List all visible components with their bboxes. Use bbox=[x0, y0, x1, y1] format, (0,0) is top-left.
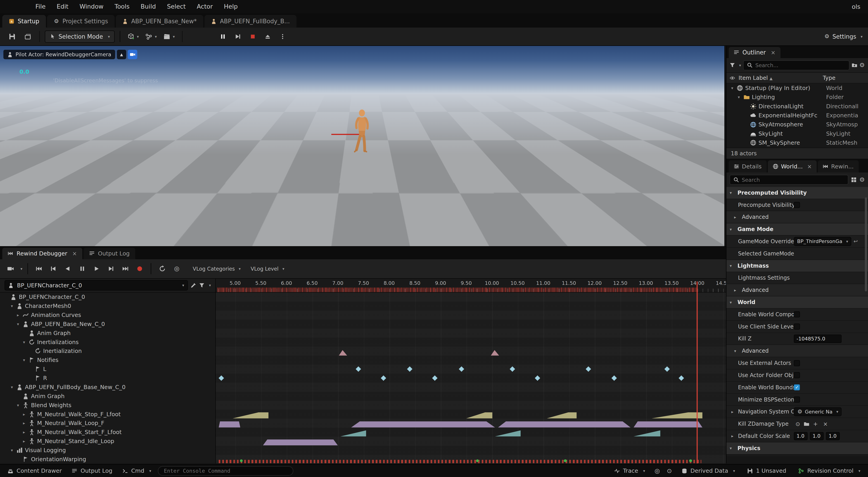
menu-tools[interactable]: Tools bbox=[109, 0, 135, 13]
inertialization-event[interactable] bbox=[339, 350, 347, 355]
console-command-input[interactable] bbox=[158, 466, 293, 476]
tab-rewind-debugger[interactable]: Rewind Debugger× bbox=[2, 248, 83, 259]
details-search-input[interactable] bbox=[742, 177, 844, 183]
pick-actor-icon[interactable] bbox=[191, 283, 196, 288]
close-icon[interactable]: × bbox=[771, 49, 775, 56]
checkbox-precompute-visibility[interactable] bbox=[794, 202, 800, 208]
blend-weight-curve[interactable] bbox=[340, 431, 366, 437]
skip-to-start-button[interactable] bbox=[33, 263, 45, 275]
vlog-categories-dropdown[interactable]: VLog Categories▾ bbox=[193, 266, 241, 272]
tab-world[interactable]: World...× bbox=[768, 160, 817, 172]
expander-icon[interactable]: ▾ bbox=[22, 340, 27, 345]
rewind-tree-item-r[interactable]: R bbox=[0, 374, 215, 383]
pause-button[interactable] bbox=[216, 30, 229, 43]
use-asset-icon[interactable]: ⊙ bbox=[794, 420, 802, 428]
checkbox-enable-world-bounds-c[interactable]: ✓ bbox=[794, 384, 800, 390]
notify-event[interactable] bbox=[611, 375, 617, 381]
details-row-enable-world-bounds-c[interactable]: Enable World Bounds C...✓ bbox=[726, 382, 868, 394]
tab-outliner[interactable]: Outliner × bbox=[729, 47, 780, 58]
level-viewport[interactable]: Pilot Actor: RewindDebuggerCamera ▲ 0.0 … bbox=[0, 46, 725, 246]
details-row-minimize-bspsections[interactable]: Minimize BSPSections bbox=[726, 394, 868, 406]
pilot-actor-label[interactable]: Pilot Actor: RewindDebuggerCamera bbox=[3, 50, 115, 59]
rewind-tree-item-bp-uefncharacter-c-0[interactable]: BP_UEFNCharacter_C_0 bbox=[0, 292, 215, 301]
notify-event[interactable] bbox=[381, 375, 386, 381]
blend-weight-curve[interactable] bbox=[634, 431, 660, 437]
details-section-game-mode[interactable]: ▾Game Mode bbox=[726, 223, 868, 235]
inertialization-event[interactable] bbox=[491, 350, 499, 355]
expander-icon[interactable]: ▸ bbox=[732, 434, 736, 438]
expander-icon[interactable]: ▸ bbox=[22, 421, 27, 425]
outliner-search-input[interactable] bbox=[755, 62, 846, 68]
browse-asset-icon[interactable] bbox=[804, 421, 809, 426]
details-row-precompute-visibility[interactable]: Precompute Visibility bbox=[726, 199, 868, 211]
details-section-world[interactable]: ▾World bbox=[726, 296, 868, 309]
expander-icon[interactable]: ▾ bbox=[736, 95, 741, 99]
filter-icon[interactable] bbox=[730, 62, 735, 68]
tab-output-log[interactable]: Output Log bbox=[84, 248, 135, 259]
skip-to-end-button[interactable] bbox=[119, 263, 131, 275]
expander-icon[interactable]: ▸ bbox=[22, 430, 27, 435]
rewind-tree-item-m-neutral-walk-start-f-lfoot[interactable]: ▸M_Neutral_Walk_Start_F_Lfoot bbox=[0, 428, 215, 437]
checkbox-minimize-bspsections[interactable] bbox=[794, 396, 800, 403]
menu-actor[interactable]: Actor bbox=[191, 0, 218, 13]
focus-button[interactable]: ◎ bbox=[171, 263, 183, 275]
expander-icon[interactable]: ▸ bbox=[732, 409, 736, 414]
expander-icon[interactable]: ▾ bbox=[9, 448, 14, 453]
notify-event[interactable] bbox=[510, 366, 515, 372]
editor-mode-select[interactable]: Selection Mode ▾ bbox=[45, 31, 115, 43]
notify-event[interactable] bbox=[356, 366, 361, 372]
clear-icon[interactable]: × bbox=[822, 420, 829, 428]
rewind-tree-item-abp-uefn-fullbody-base-new-c-0[interactable]: ▾ABP_UEFN_FullBody_Base_New_C_0 bbox=[0, 382, 215, 391]
rewind-tree-item-anim-graph[interactable]: Anim Graph bbox=[0, 328, 215, 338]
blend-weight-curve[interactable] bbox=[634, 421, 703, 427]
camera-toggle-button[interactable] bbox=[128, 50, 137, 59]
checkbox-use-external-actors[interactable] bbox=[794, 360, 800, 366]
session-icon[interactable]: ⊙ bbox=[666, 468, 673, 474]
step-forward-button[interactable] bbox=[105, 263, 117, 275]
insights-icon[interactable]: ◎ bbox=[654, 468, 660, 474]
settings-button[interactable]: ⚙ Settings ▾ bbox=[824, 33, 863, 40]
expander-icon[interactable]: ▾ bbox=[730, 263, 735, 268]
outliner-row-skyatmosphere[interactable]: SkyAtmosphereSkyAtmosp bbox=[726, 120, 868, 129]
create-folder-icon[interactable] bbox=[852, 62, 857, 68]
browse-content-button[interactable] bbox=[21, 30, 34, 43]
play-options-button[interactable] bbox=[276, 30, 289, 43]
rewind-tree-item-inertialization[interactable]: Inertialization bbox=[0, 347, 215, 356]
checkbox-enable-world-compositi[interactable] bbox=[794, 311, 800, 317]
notify-event[interactable] bbox=[432, 375, 438, 381]
timeline-ruler[interactable]: 5.005.506.006.507.007.508.008.509.009.50… bbox=[216, 279, 726, 292]
character-mannequin[interactable] bbox=[352, 108, 371, 159]
details-row-default-color-scale[interactable]: ▸Default Color Scale bbox=[726, 430, 868, 442]
expander-icon[interactable]: ▸ bbox=[22, 412, 27, 417]
input-kill-z[interactable] bbox=[794, 335, 841, 343]
vlog-green-event[interactable] bbox=[240, 459, 243, 462]
details-section-advanced[interactable]: ▸Advanced bbox=[726, 284, 868, 296]
cinematics-button[interactable]: ▾ bbox=[161, 30, 177, 43]
rewind-tree-item-anim-graph[interactable]: Anim Graph bbox=[0, 391, 215, 401]
display-options-icon[interactable] bbox=[851, 177, 857, 183]
rewind-tree-item-charactermesh0[interactable]: ▾CharacterMesh0 bbox=[0, 301, 215, 311]
rewind-tree-item-m-neutral-walk-stop-f-lfoot[interactable]: ▸M_Neutral_Walk_Stop_F_Lfoot bbox=[0, 410, 215, 419]
notify-event[interactable] bbox=[459, 366, 464, 372]
expander-icon[interactable]: ▾ bbox=[730, 190, 735, 195]
rewind-tree-item-abp-uefn-base-new-c-0[interactable]: ▾ABP_UEFN_Base_New_C_0 bbox=[0, 319, 215, 328]
timeline-playhead[interactable] bbox=[696, 282, 698, 464]
details-section-advanced[interactable]: ▸Advanced bbox=[726, 211, 868, 223]
outliner-row-exponentialheightfc[interactable]: ExponentialHeightFcExponentia bbox=[726, 111, 868, 120]
details-row-use-actor-folder-objects[interactable]: Use Actor Folder Objects bbox=[726, 370, 868, 382]
eject-button[interactable] bbox=[261, 30, 274, 43]
menu-build[interactable]: Build bbox=[135, 0, 161, 13]
expander-icon[interactable]: ▾ bbox=[16, 403, 21, 408]
save-button[interactable] bbox=[5, 30, 19, 43]
rewind-tree-item-notifies[interactable]: ▾Notifies bbox=[0, 356, 215, 364]
camera-mode-button[interactable] bbox=[4, 263, 17, 275]
trace-dropdown[interactable]: Trace ▾ bbox=[611, 468, 648, 474]
debug-target-select[interactable]: BP_UEFNCharacter_C_0 ▾ bbox=[4, 280, 188, 290]
filter-icon[interactable] bbox=[199, 283, 205, 288]
rewind-tree-item-orientationwarping[interactable]: OrientationWarping bbox=[0, 455, 215, 464]
details-section-physics[interactable]: ▾Physics bbox=[726, 442, 868, 455]
scrollbar-thumb[interactable] bbox=[865, 197, 867, 291]
rewind-tree-item-inertializations[interactable]: ▾Inertializations bbox=[0, 338, 215, 347]
outliner-row-startup-play-in-editor[interactable]: ▾Startup (Play In Editor)World bbox=[726, 84, 868, 92]
outliner-settings-icon[interactable]: ⚙ bbox=[859, 62, 865, 68]
